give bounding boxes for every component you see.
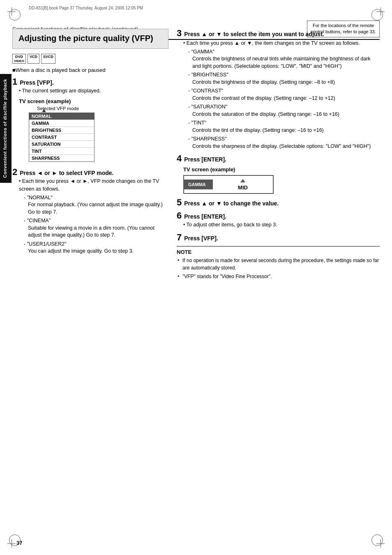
step-3-item-saturation: - "SATURATION" Controls the saturation o… [183, 104, 380, 118]
step-1-num: 1 [12, 77, 17, 86]
step-2-item-user: - "USER1/USER2" You can adjust the image… [19, 241, 168, 255]
step-2-num: 2 [12, 168, 17, 177]
step-2-item-user-label: - "USER1/USER2" [24, 241, 168, 248]
svcd-label: SVCD [43, 55, 53, 60]
step-2-item-normal-label: - "NORMAL" [24, 194, 168, 202]
step-3-body: • Each time you press ▲ or ▼, the item c… [177, 39, 380, 150]
step-7-header: 7 Press [VFP]. [177, 233, 380, 242]
step-1-desc: • The current settings are displayed. [19, 87, 168, 95]
step-6-header: 6 Press [ENTER]. [177, 211, 380, 220]
dvd-badge: DVD VIDEO [12, 54, 26, 64]
step-2-bullet: • Each time you press ◄ or ►, VFP mode c… [19, 177, 168, 193]
step-3-title: Press ▲ or ▼ to select the item you want… [184, 31, 324, 37]
selected-vfp-label: Selected VFP mode [37, 106, 168, 111]
step-3-item-gamma: - "GAMMA" Controls the brightness of neu… [183, 48, 380, 70]
vfp-row-normal: NORMAL [29, 113, 94, 120]
step-2-item-user-desc: You can adjust the image quality. Go to … [24, 248, 168, 255]
crosshair-tr [376, 7, 385, 16]
step-4-num: 4 [177, 154, 182, 163]
step-1-title: Press [VFP]. [20, 79, 53, 86]
note-item-1: If no operation is made for several seco… [177, 257, 380, 272]
step-1-header: 1 Press [VFP]. [12, 77, 168, 86]
corner-decoration-tl [9, 9, 21, 21]
step-3-num: 3 [177, 29, 182, 38]
step-3-item-sharpness-desc: Controls the sharpness of the display. (… [188, 143, 380, 150]
crosshair-bl [7, 539, 16, 548]
svcd-badge: SVCD [41, 54, 55, 64]
title-box: Adjusting the picture quality (VFP) [12, 29, 168, 49]
step-2-item-cinema: - "CINEMA" Suitable for viewing a movie … [19, 217, 168, 239]
gamma-label: GAMMA [184, 180, 213, 189]
step-6-desc: • To adjust other items, go back to step… [183, 221, 380, 229]
main-content: Adjusting the picture quality (VFP) DVD … [12, 29, 380, 539]
vfp-screen: NORMAL GAMMA BRIGHTNESS CONTRAST SATURAT… [29, 113, 95, 162]
condition-text: ■When a disc is played back or paused [12, 67, 168, 73]
step-3-item-brightness: - "BRIGHTNESS" Controls the brightness o… [183, 71, 380, 86]
step-3-item-saturation-label: - "SATURATION" [188, 104, 380, 111]
step-2-item-cinema-desc: Suitable for viewing a movie in a dim ro… [24, 225, 168, 239]
step-3-header: 3 Press ▲ or ▼ to select the item you wa… [177, 29, 380, 38]
step-6-title: Press [ENTER]. [184, 213, 226, 220]
note-section: NOTE If no operation is made for several… [177, 246, 380, 280]
step-2-title: Press ◄ or ► to select VFP mode. [20, 170, 113, 176]
step-3-item-sharpness-label: - "SHARPNESS" [188, 136, 380, 143]
video-text: VIDEO [14, 59, 24, 63]
note-item-2: "VFP" stands for "Video Fine Processor". [177, 273, 380, 280]
step-3-item-tint: - "TINT" Controls the tint of the displa… [183, 120, 380, 134]
right-column: 3 Press ▲ or ▼ to select the item you wa… [177, 29, 380, 539]
gamma-screen: GAMMA MID [183, 175, 274, 194]
vfp-row-gamma: GAMMA [29, 120, 94, 127]
page-number: 37 [16, 540, 22, 546]
vfp-row-brightness: BRIGHTNESS [29, 127, 94, 134]
step-2-item-normal: - "NORMAL" For normal playback. (You can… [19, 194, 168, 216]
dvd-text: DVD [15, 55, 23, 59]
step-6-body: • To adjust other items, go back to step… [177, 221, 380, 229]
note-title: NOTE [177, 249, 380, 255]
step-3-item-contrast: - "CONTRAST" Controls the contrast of th… [183, 88, 380, 102]
page-title: Adjusting the picture quality (VFP) [18, 33, 162, 44]
step-3-bullet: • Each time you press ▲ or ▼, the item c… [183, 39, 380, 47]
step-3-item-brightness-desc: Controls the brightness of the display. … [188, 79, 380, 86]
step-2-item-normal-desc: For normal playback. (You cannot adjust … [24, 201, 168, 216]
step-3-item-gamma-desc: Controls the brightness of neutral tints… [188, 55, 380, 70]
vfp-row-tint: TINT [29, 148, 94, 155]
gamma-mid-value: MID [213, 176, 273, 193]
crosshair-br [376, 539, 385, 548]
step-1-tv-label: TV screen (example) [19, 98, 168, 104]
step-4-gamma-screen-wrap: GAMMA MID [177, 175, 380, 194]
step-4: 4 Press [ENTER]. TV screen (example) GAM… [177, 154, 380, 194]
vcd-badge: VCD [28, 54, 39, 64]
step-6: 6 Press [ENTER]. • To adjust other items… [177, 211, 380, 229]
step-1-body: • The current settings are displayed. [12, 87, 168, 95]
step-3-item-gamma-label: - "GAMMA" [188, 48, 380, 56]
step-3-item-tint-label: - "TINT" [188, 120, 380, 127]
file-info: DD-831[B].book Page 37 Thursday, August … [29, 6, 143, 10]
step-3-item-brightness-label: - "BRIGHTNESS" [188, 71, 380, 79]
step-3-item-saturation-desc: Controls the saturation of the display. … [188, 111, 380, 118]
mid-label: MID [238, 184, 248, 191]
note-list: If no operation is made for several seco… [177, 257, 380, 280]
step-6-num: 6 [177, 211, 182, 220]
crosshair-tl [7, 7, 16, 16]
step-4-header: 4 Press [ENTER]. [177, 154, 380, 163]
step-7: 7 Press [VFP]. [177, 233, 380, 242]
vcd-label: VCD [30, 55, 37, 60]
step-4-title: Press [ENTER]. [184, 156, 226, 163]
step-3-item-contrast-label: - "CONTRAST" [188, 88, 380, 95]
side-tab: Convenient functions of disc/file playba… [0, 74, 12, 183]
vfp-row-sharpness: SHARPNESS [29, 155, 94, 161]
step-2-header: 2 Press ◄ or ► to select VFP mode. [12, 168, 168, 177]
step-5-title: Press ▲ or ▼ to change the value. [184, 200, 279, 207]
step-4-tv-label: TV screen (example) [177, 166, 380, 173]
vfp-row-saturation: SATURATION [29, 141, 94, 148]
left-column: Adjusting the picture quality (VFP) DVD … [12, 29, 168, 539]
step-1: 1 Press [VFP]. • The current settings ar… [12, 77, 168, 162]
step-3: 3 Press ▲ or ▼ to select the item you wa… [177, 29, 380, 150]
step-3-item-tint-desc: Controls the tint of the display. (Setti… [188, 127, 380, 134]
step-2-body: • Each time you press ◄ or ►, VFP mode c… [12, 177, 168, 255]
step-7-title: Press [VFP]. [184, 235, 218, 242]
step-3-item-sharpness: - "SHARPNESS" Controls the sharpness of … [183, 136, 380, 150]
step-2: 2 Press ◄ or ► to select VFP mode. • Eac… [12, 168, 168, 255]
step-5-num: 5 [177, 198, 182, 207]
step-3-item-contrast-desc: Controls the contrast of the display. (S… [188, 95, 380, 102]
